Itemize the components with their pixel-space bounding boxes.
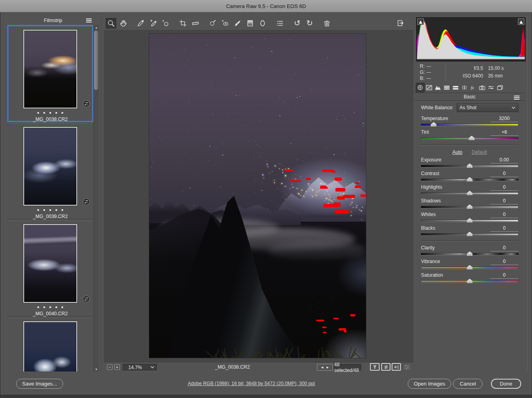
color-sampler-tool-icon[interactable]: [148, 18, 158, 29]
tab-tone-curve[interactable]: [425, 83, 433, 92]
highlight-clipping-warning-icon[interactable]: [518, 18, 524, 25]
presets-menu-icon[interactable]: [275, 18, 285, 29]
rotate-left-icon[interactable]: ↺: [292, 18, 302, 29]
exposure-value[interactable]: 0.00: [490, 157, 518, 163]
highlights-value[interactable]: 0: [490, 184, 518, 191]
preview-settings-icon[interactable]: [403, 363, 411, 371]
filmstrip-item[interactable]: _MG_0039.CR2: [7, 122, 93, 219]
contrast-track[interactable]: [421, 179, 518, 181]
auto-link[interactable]: Auto: [452, 149, 462, 155]
white-balance-select[interactable]: As Shot: [457, 103, 518, 112]
exposure-thumb[interactable]: [467, 163, 473, 168]
panel-scrollbar[interactable]: [527, 16, 528, 371]
prev-image-icon[interactable]: ◀: [321, 366, 323, 369]
delete-icon[interactable]: [322, 18, 332, 29]
preview-image[interactable]: [149, 34, 366, 358]
preview-toggle-button[interactable]: Y: [370, 363, 380, 371]
thumbnail[interactable]: [23, 224, 77, 303]
blacks-track[interactable]: [421, 233, 518, 235]
open-images-button[interactable]: Open Images: [408, 379, 451, 389]
graduated-filter-tool-icon[interactable]: [245, 18, 255, 29]
tab-detail[interactable]: [433, 83, 442, 92]
clarity-track[interactable]: [421, 253, 518, 255]
exposure-track[interactable]: [421, 165, 518, 167]
vibrance-track[interactable]: [421, 267, 518, 269]
rating-dots[interactable]: [8, 209, 92, 211]
tint-value[interactable]: +6: [490, 129, 518, 136]
tint-thumb[interactable]: [468, 136, 474, 140]
zoom-select-chevron[interactable]: [148, 364, 157, 371]
contrast-thumb[interactable]: [467, 177, 473, 182]
toggle-fullscreen-icon[interactable]: [395, 18, 406, 29]
workflow-options-link[interactable]: Adobe RGB (1998); 16 bit; 3648 by 5472 (…: [177, 381, 326, 386]
shadows-thumb[interactable]: [467, 204, 473, 209]
shadows-value[interactable]: 0: [490, 198, 518, 204]
whites-track[interactable]: [421, 220, 518, 222]
red-eye-tool-icon[interactable]: [220, 18, 230, 29]
copy-settings-button[interactable]: [392, 363, 401, 371]
cancel-button[interactable]: Cancel: [453, 379, 483, 389]
tab-split-toning[interactable]: [451, 83, 460, 92]
next-image-icon[interactable]: ▶: [327, 366, 329, 369]
zoom-out-button[interactable]: −: [107, 364, 113, 370]
thumbnail[interactable]: [23, 30, 77, 108]
shadow-clipping-warning-icon[interactable]: [417, 18, 424, 25]
tint-track[interactable]: [421, 137, 518, 139]
titlebar[interactable]: Camera Raw 9.5 - Canon EOS 6D: [0, 0, 532, 12]
spot-removal-tool-icon[interactable]: [207, 18, 218, 29]
rotate-right-icon[interactable]: ↻: [304, 18, 315, 29]
saturation-value[interactable]: 0: [490, 272, 518, 279]
filmstrip-item[interactable]: _MG_0040.CR2: [7, 219, 93, 316]
filmstrip-item[interactable]: [7, 316, 93, 365]
straighten-tool-icon[interactable]: [190, 18, 201, 29]
rating-dots[interactable]: [8, 306, 92, 308]
temperature-thumb[interactable]: [431, 122, 437, 127]
tab-hsl-grayscale[interactable]: [442, 83, 451, 92]
vibrance-value[interactable]: 0: [490, 259, 518, 265]
tab-camera-calibration[interactable]: [478, 83, 487, 92]
crop-tool-icon[interactable]: [178, 18, 188, 29]
filmstrip-menu-icon[interactable]: [86, 18, 92, 19]
white-balance-tool-icon[interactable]: [136, 18, 146, 29]
scroll-down-icon[interactable]: ▼: [94, 367, 99, 371]
temperature-track[interactable]: [421, 124, 518, 126]
temperature-value[interactable]: 3200: [490, 116, 518, 122]
scrollbar-thumb[interactable]: [94, 31, 98, 90]
thumbnail[interactable]: [23, 127, 77, 206]
scroll-up-icon[interactable]: ▲: [94, 25, 99, 30]
blacks-value[interactable]: 0: [490, 225, 518, 232]
highlights-thumb[interactable]: [467, 191, 473, 195]
default-link[interactable]: Default: [472, 149, 487, 155]
contrast-value[interactable]: 0: [490, 171, 518, 177]
thumbnail[interactable]: [23, 321, 77, 371]
whites-thumb[interactable]: [467, 218, 473, 222]
clarity-value[interactable]: 0: [490, 245, 518, 251]
hand-tool-icon[interactable]: [118, 18, 129, 29]
image-nav-buttons[interactable]: ◀ ▶: [317, 364, 333, 371]
adjustment-brush-tool-icon[interactable]: [232, 18, 243, 29]
panel-splitter[interactable]: [101, 16, 101, 371]
zoom-in-button[interactable]: +: [114, 364, 120, 370]
whites-value[interactable]: 0: [490, 212, 518, 218]
panel-menu-icon[interactable]: [514, 96, 520, 96]
saturation-thumb[interactable]: [467, 279, 473, 283]
swap-before-after-button[interactable]: [381, 363, 390, 371]
tab-basic[interactable]: [416, 83, 425, 92]
filmstrip-item[interactable]: _MG_0038.CR2: [7, 25, 93, 122]
vibrance-thumb[interactable]: [467, 265, 473, 269]
saturation-track[interactable]: [421, 280, 518, 282]
rating-dots[interactable]: [8, 112, 92, 114]
targeted-adjustment-tool-icon[interactable]: [160, 18, 171, 29]
clarity-thumb[interactable]: [467, 251, 473, 256]
filmstrip-scrollbar[interactable]: ▲ ▼: [93, 25, 99, 371]
tab-effects[interactable]: fx: [469, 83, 478, 92]
tab-presets[interactable]: [487, 83, 495, 92]
highlights-track[interactable]: [421, 192, 518, 194]
done-button[interactable]: Done: [491, 379, 521, 389]
zoom-level-field[interactable]: 14.7%: [123, 364, 148, 371]
radial-filter-tool-icon[interactable]: [257, 18, 268, 29]
zoom-tool-icon[interactable]: [106, 18, 116, 29]
save-images-button[interactable]: Save Images...: [16, 379, 63, 389]
tab-lens-corrections[interactable]: [460, 83, 469, 92]
tab-snapshots[interactable]: [495, 83, 504, 92]
